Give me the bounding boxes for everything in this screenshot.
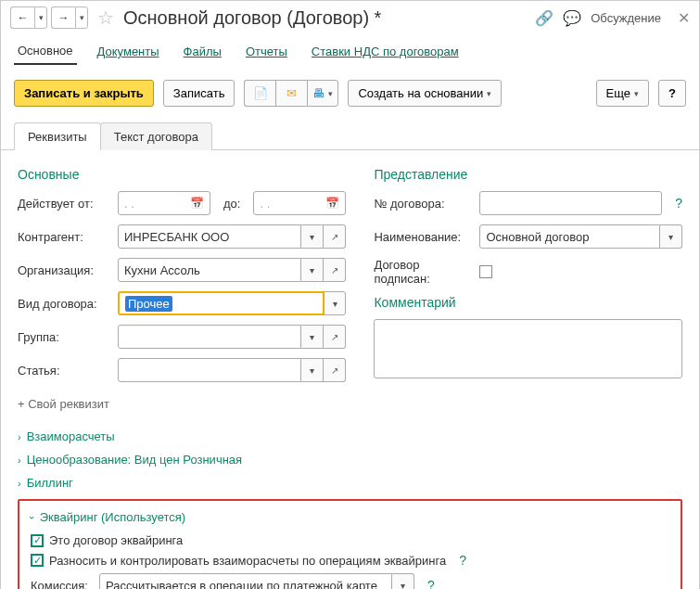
close-icon[interactable]: ✕ (678, 9, 690, 27)
article-open[interactable]: ↗ (324, 358, 346, 382)
tab-main[interactable]: Основное (14, 38, 77, 65)
is-acquiring-checkbox[interactable]: ✓ (31, 534, 44, 547)
org-dropdown[interactable]: ▾ (301, 258, 324, 282)
collapsible-acquiring[interactable]: › Эквайринг (Используется) (31, 510, 669, 524)
tab-files[interactable]: Файлы (180, 39, 225, 64)
discussion-icon[interactable]: 💬 (563, 9, 581, 27)
section-comment-heading: Комментарий (374, 295, 682, 310)
print-icon: 🖶 (312, 86, 325, 100)
control-settlements-label: Разносить и контролировать взаиморасчеты… (49, 554, 446, 568)
name-input[interactable]: Основной договор (479, 224, 660, 249)
add-own-requisite-link[interactable]: + Свой реквизит (18, 397, 109, 411)
subtab-requisites[interactable]: Реквизиты (14, 122, 101, 150)
name-label: Наименование: (374, 230, 474, 244)
favorite-star-icon[interactable]: ☆ (97, 6, 114, 29)
calendar-icon[interactable]: 📅 (325, 197, 339, 210)
group-input[interactable] (118, 325, 301, 349)
chevron-right-icon: › (18, 431, 21, 442)
to-label: до: (223, 197, 240, 211)
help-button[interactable]: ? (658, 80, 686, 107)
collapsible-billing[interactable]: › Биллинг (18, 476, 682, 490)
article-label: Статья: (18, 364, 112, 378)
nav-back-dropdown[interactable]: ▾ (34, 6, 47, 29)
date-to-input[interactable]: . . 📅 (253, 191, 346, 215)
group-label: Группа: (18, 330, 112, 344)
nav-back-button[interactable]: ← (10, 6, 34, 29)
name-dropdown[interactable]: ▾ (660, 224, 682, 249)
article-dropdown[interactable]: ▾ (301, 358, 324, 382)
mail-icon-button[interactable]: ✉ (275, 80, 307, 107)
section-main-heading: Основные (18, 167, 346, 182)
commission-help[interactable]: ? (427, 578, 435, 589)
document-icon: 📄 (253, 86, 268, 100)
acquiring-section-highlight: › Эквайринг (Используется) ✓ Это договор… (18, 499, 682, 589)
contract-type-dropdown[interactable]: ▾ (324, 291, 346, 315)
article-input[interactable] (118, 358, 301, 382)
group-dropdown[interactable]: ▾ (301, 325, 324, 349)
tab-vat-rates[interactable]: Ставки НДС по договорам (308, 39, 463, 64)
is-acquiring-label: Это договор эквайринга (49, 533, 183, 547)
org-input[interactable]: Кухни Ассоль (118, 258, 301, 282)
commission-input[interactable]: Рассчитывается в операции по платежной к… (99, 573, 392, 589)
counterparty-dropdown[interactable]: ▾ (301, 224, 324, 249)
save-close-button[interactable]: Записать и закрыть (14, 80, 154, 107)
valid-from-label: Действует от: (18, 197, 112, 211)
save-button[interactable]: Записать (163, 80, 235, 107)
contract-type-input[interactable]: Прочее (118, 291, 325, 315)
control-help[interactable]: ? (459, 553, 466, 568)
control-settlements-checkbox[interactable]: ✓ (31, 554, 44, 567)
comment-textarea[interactable] (374, 319, 682, 378)
commission-label: Комиссия: (31, 579, 88, 590)
chevron-right-icon: › (18, 478, 21, 489)
attach-icon[interactable]: 🔗 (535, 9, 554, 27)
subtab-contract-text[interactable]: Текст договора (100, 122, 212, 150)
nav-forward-dropdown[interactable]: ▾ (75, 6, 88, 29)
counterparty-input[interactable]: ИНРЕСБАНК ООО (118, 224, 301, 249)
tab-reports[interactable]: Отчеты (242, 39, 291, 64)
contract-type-label: Вид договора: (18, 297, 112, 311)
nav-forward-button[interactable]: → (51, 6, 75, 29)
signed-label: Договор подписан: (374, 258, 474, 286)
org-open[interactable]: ↗ (324, 258, 346, 282)
contract-no-help[interactable]: ? (675, 196, 682, 211)
collapsible-settlements[interactable]: › Взаиморасчеты (18, 429, 682, 443)
commission-dropdown[interactable]: ▾ (392, 573, 414, 589)
document-icon-button[interactable]: 📄 (244, 80, 275, 107)
org-label: Организация: (18, 263, 112, 277)
signed-checkbox[interactable]: ✓ (479, 265, 492, 278)
date-from-input[interactable]: . . 📅 (118, 191, 210, 215)
contract-no-label: № договора: (374, 197, 474, 211)
create-based-on-button[interactable]: Создать на основании ▾ (348, 80, 502, 107)
print-button[interactable]: 🖶 ▾ (307, 80, 338, 107)
mail-icon: ✉ (286, 86, 297, 100)
chevron-right-icon: › (18, 455, 21, 466)
group-open[interactable]: ↗ (324, 325, 346, 349)
more-button[interactable]: Еще ▾ (596, 80, 649, 107)
discussion-label[interactable]: Обсуждение (591, 11, 661, 25)
section-representation-heading: Представление (374, 167, 682, 182)
counterparty-open[interactable]: ↗ (324, 224, 346, 249)
collapsible-pricing[interactable]: › Ценообразование: Вид цен Розничная (18, 453, 682, 467)
window-title: Основной договор (Договор) * (123, 7, 531, 29)
chevron-down-icon: › (27, 516, 38, 519)
counterparty-label: Контрагент: (18, 230, 112, 244)
contract-no-input[interactable] (479, 191, 662, 215)
calendar-icon[interactable]: 📅 (190, 197, 204, 210)
tab-documents[interactable]: Документы (94, 39, 163, 64)
